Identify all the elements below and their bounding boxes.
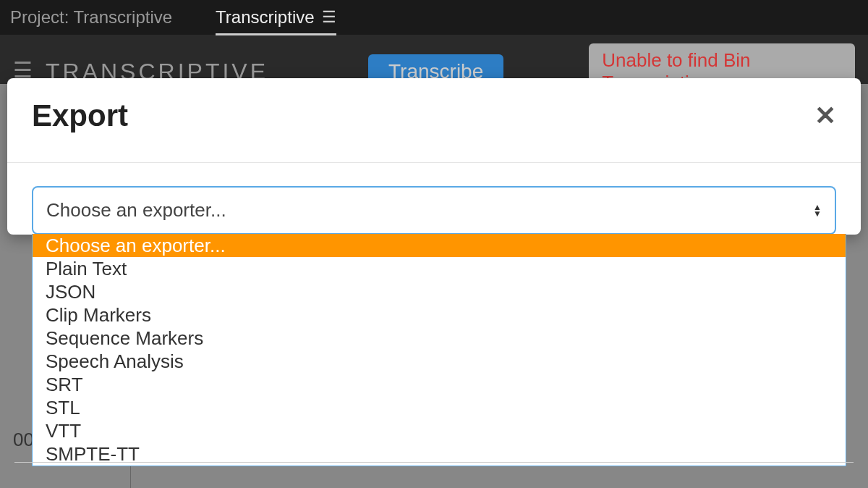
dropdown-option-speechanalysis[interactable]: Speech Analysis [33, 350, 846, 373]
exporter-dropdown: Choose an exporter... Plain Text JSON Cl… [32, 234, 846, 466]
timecode-display: 00 [13, 429, 34, 451]
header-bar: ☰ TRANSCRIPTIVE Transcribe Unable to fin… [0, 35, 868, 84]
dropdown-option-srt[interactable]: SRT [33, 373, 846, 396]
project-label: Project: Transcriptive [10, 7, 172, 28]
tab-transcriptive[interactable]: Transcriptive ☰ [216, 7, 336, 35]
dropdown-option-plaintext[interactable]: Plain Text [33, 257, 846, 280]
top-bar: Project: Transcriptive Transcriptive ☰ [0, 0, 868, 35]
tab-menu-icon[interactable]: ☰ [322, 8, 336, 27]
dropdown-option-placeholder[interactable]: Choose an exporter... [33, 234, 846, 257]
export-modal: Export ✕ Choose an exporter... ▲ ▼ Choos… [7, 78, 861, 235]
vertical-divider [130, 466, 131, 488]
dropdown-option-sequencemarkers[interactable]: Sequence Markers [33, 327, 846, 350]
modal-body: Choose an exporter... ▲ ▼ Choose an expo… [7, 163, 861, 235]
exporter-select[interactable]: Choose an exporter... ▲ ▼ [32, 186, 836, 235]
modal-title: Export [32, 98, 128, 133]
dropdown-option-stl[interactable]: STL [33, 396, 846, 419]
modal-divider [14, 462, 854, 463]
tab-label: Transcriptive [216, 7, 314, 28]
dropdown-option-clipmarkers[interactable]: Clip Markers [33, 303, 846, 327]
modal-header: Export ✕ [7, 78, 861, 163]
close-icon[interactable]: ✕ [814, 101, 836, 131]
select-arrows-icon: ▲ ▼ [813, 204, 822, 217]
dropdown-option-json[interactable]: JSON [33, 280, 846, 303]
dropdown-option-vtt[interactable]: VTT [33, 419, 846, 442]
select-value: Choose an exporter... [46, 199, 226, 222]
